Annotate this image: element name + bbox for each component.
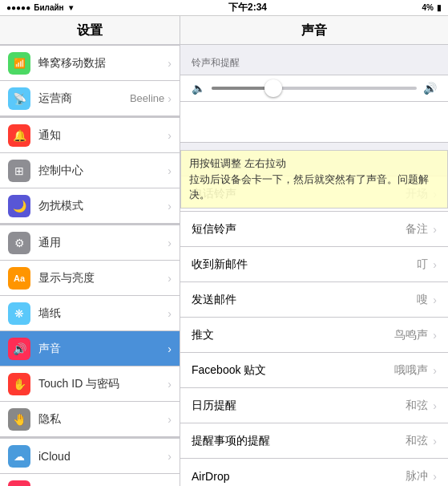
wallpaper-chevron: ›	[167, 307, 172, 320]
sound-value-1: 备注	[406, 222, 428, 237]
sidebar-item-general[interactable]: ⚙ 通用 ›	[0, 225, 180, 261]
main-layout: 设置 📶 蜂窝移动数据 › 📡 运营商 Beeline › �	[0, 16, 448, 486]
sound-chevron-8: ›	[433, 470, 437, 483]
carrier-label: 运营商	[38, 91, 130, 106]
sound-row-5[interactable]: Facebook 贴文 哦哦声 ›	[180, 353, 448, 388]
cellular-label: 蜂窝移动数据	[38, 56, 167, 71]
sound-label-4: 推文	[192, 328, 394, 342]
signal-icon: ●●●●●	[6, 3, 30, 12]
volume-slider-thumb[interactable]	[264, 79, 282, 97]
sidebar-item-privacy[interactable]: 🤚 隐私 ›	[0, 402, 180, 437]
sound-label-1: 短信铃声	[192, 222, 406, 237]
sound-chevron-7: ›	[433, 435, 437, 448]
general-chevron: ›	[167, 237, 172, 249]
general-label: 通用	[38, 236, 167, 250]
battery-percent: 4%	[422, 3, 434, 12]
sidebar-title: 设置	[0, 16, 180, 45]
sidebar-item-control[interactable]: ⊞ 控制中心 ›	[0, 153, 180, 188]
sidebar-item-itunes[interactable]: 🎵 iTunes Store 与 App Store ›	[0, 474, 180, 486]
volume-slider-track[interactable]	[212, 87, 417, 90]
wifi-icon: ▾	[69, 3, 73, 12]
cellular-icon: 📶	[8, 52, 30, 75]
icloud-icon: ☁	[8, 445, 30, 468]
status-left: ●●●●● Билайн ᅟ ▾	[6, 2, 73, 14]
notifications-label: 通知	[38, 128, 167, 143]
sound-chevron-1: ›	[433, 223, 437, 236]
control-chevron: ›	[167, 164, 172, 177]
annotation-line2: 拉动后设备会卡一下，然后就突然有了声音。问题解决。	[189, 172, 439, 203]
status-right: 4% ▮	[422, 3, 442, 12]
sound-value-6: 和弦	[406, 399, 428, 413]
donotdisturb-chevron: ›	[167, 200, 172, 213]
sounds-icon: 🔊	[8, 338, 30, 360]
status-bar: ●●●●● Билайн ᅟ ▾ 下午2:34 4% ▮	[0, 0, 448, 16]
sound-row-3[interactable]: 发送邮件 嗖 ›	[180, 282, 448, 318]
sidebar-item-display[interactable]: Aa 显示与亮度 ›	[0, 261, 180, 296]
sound-chevron-6: ›	[433, 399, 437, 412]
sound-value-2: 叮	[417, 257, 428, 272]
notifications-icon: 🔔	[8, 124, 30, 147]
sidebar-group-accounts: ☁ iCloud › 🎵 iTunes Store 与 App Store › …	[0, 438, 180, 486]
sidebar-item-sounds[interactable]: 🔊 声音 ›	[0, 331, 180, 367]
annotation-text: 用按钮调整 左右拉动 拉动后设备会卡一下，然后就突然有了声音。问题解决。	[180, 150, 448, 209]
volume-slider-row[interactable]: 🔈 🔊	[180, 75, 448, 102]
carrier-chevron: ›	[167, 92, 172, 105]
sound-chevron-5: ›	[433, 364, 437, 377]
sound-label-5: Facebook 贴文	[192, 363, 394, 378]
sidebar-item-touchid[interactable]: ✋ Touch ID 与密码 ›	[0, 367, 180, 402]
sound-chevron-2: ›	[433, 258, 437, 271]
sound-row-8[interactable]: AirDrop 脉冲 ›	[180, 459, 448, 486]
sidebar-item-wallpaper[interactable]: ❋ 墙纸 ›	[0, 296, 180, 331]
sound-value-5: 哦哦声	[394, 363, 428, 378]
display-icon: Aa	[8, 267, 30, 290]
notifications-chevron: ›	[167, 129, 172, 142]
touchid-icon: ✋	[8, 373, 30, 395]
sidebar-item-donotdisturb[interactable]: 🌙 勿扰模式 ›	[0, 188, 180, 224]
privacy-icon: 🤚	[8, 408, 30, 431]
icloud-chevron: ›	[167, 450, 172, 463]
display-label: 显示与亮度	[38, 271, 167, 286]
carrier-name: Билайн ᅟ	[34, 2, 66, 14]
sidebar-item-carrier[interactable]: 📡 运营商 Beeline ›	[0, 81, 180, 116]
sounds-group: 电话铃声 开场 › 短信铃声 备注 › 收到新邮件 叮 › 发送邮件 嗖 › 推…	[180, 176, 448, 486]
privacy-label: 隐私	[38, 412, 167, 427]
sound-row-6[interactable]: 日历提醒 和弦 ›	[180, 388, 448, 423]
sound-label-3: 发送邮件	[192, 293, 417, 307]
sidebar-item-notifications[interactable]: 🔔 通知 ›	[0, 118, 180, 153]
wallpaper-label: 墙纸	[38, 306, 167, 321]
sidebar-group-mid2: ⚙ 通用 › Aa 显示与亮度 › ❋ 墙纸 › 🔊 声音 › ✋ Touch	[0, 225, 180, 438]
time-display: 下午2:34	[228, 1, 267, 14]
sidebar-item-cellular[interactable]: 📶 蜂窝移动数据 ›	[0, 46, 180, 81]
right-panel: 声音 铃声和提醒 🔈 🔊 用按钮调整 左右拉动 拉动后设备会卡一下，然后就突然有…	[180, 16, 448, 486]
sidebar: 设置 📶 蜂窝移动数据 › 📡 运营商 Beeline › �	[0, 16, 180, 486]
sound-label-7: 提醒事项的提醒	[192, 434, 406, 448]
sidebar-group-top: 📶 蜂窝移动数据 › 📡 运营商 Beeline ›	[0, 45, 180, 117]
sidebar-item-icloud[interactable]: ☁ iCloud ›	[0, 439, 180, 474]
touchid-label: Touch ID 与密码	[38, 377, 167, 391]
control-icon: ⊞	[8, 160, 30, 182]
sound-value-3: 嗖	[417, 293, 428, 307]
wallpaper-icon: ❋	[8, 302, 30, 325]
annotation-spacer	[180, 102, 448, 142]
volume-low-icon: 🔈	[192, 82, 205, 95]
sidebar-group-mid1: 🔔 通知 › ⊞ 控制中心 › 🌙 勿扰模式 ›	[0, 117, 180, 225]
sounds-chevron: ›	[167, 342, 172, 355]
control-label: 控制中心	[38, 164, 167, 178]
annotation-container: 用按钮调整 左右拉动 拉动后设备会卡一下，然后就突然有了声音。问题解决。	[180, 102, 448, 142]
sound-value-7: 和弦	[406, 434, 428, 448]
volume-high-icon: 🔊	[423, 82, 437, 95]
donotdisturb-label: 勿扰模式	[38, 199, 167, 213]
sounds-label: 声音	[38, 342, 167, 356]
donotdisturb-icon: 🌙	[8, 195, 30, 217]
sound-row-7[interactable]: 提醒事项的提醒 和弦 ›	[180, 423, 448, 459]
sound-label-8: AirDrop	[192, 470, 406, 483]
sound-label-6: 日历提醒	[192, 399, 406, 413]
sound-row-2[interactable]: 收到新邮件 叮 ›	[180, 247, 448, 282]
general-icon: ⚙	[8, 232, 30, 254]
itunes-icon: 🎵	[8, 480, 30, 487]
sound-chevron-4: ›	[433, 329, 437, 342]
sound-value-8: 脉冲	[406, 469, 428, 484]
sound-row-4[interactable]: 推文 鸟鸣声 ›	[180, 318, 448, 353]
display-chevron: ›	[167, 272, 172, 285]
sound-row-1[interactable]: 短信铃声 备注 ›	[180, 212, 448, 247]
